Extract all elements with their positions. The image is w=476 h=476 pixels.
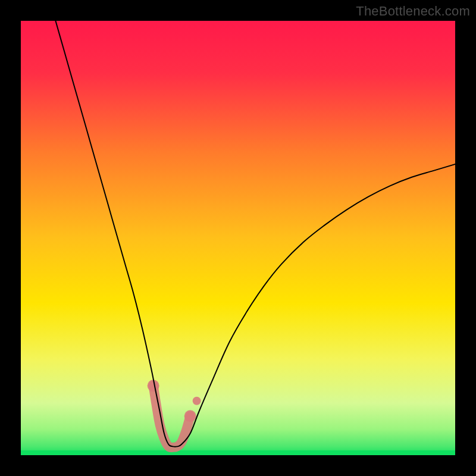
bottleneck-curve bbox=[55, 21, 455, 447]
watermark-text: TheBottleneck.com bbox=[356, 4, 470, 19]
highlight-extra-dot bbox=[193, 397, 201, 405]
svg-point-2 bbox=[184, 410, 196, 422]
trough-highlight bbox=[148, 380, 196, 447]
chart-frame: TheBottleneck.com bbox=[0, 0, 476, 476]
plot-area bbox=[21, 21, 455, 455]
curve-layer bbox=[21, 21, 455, 455]
